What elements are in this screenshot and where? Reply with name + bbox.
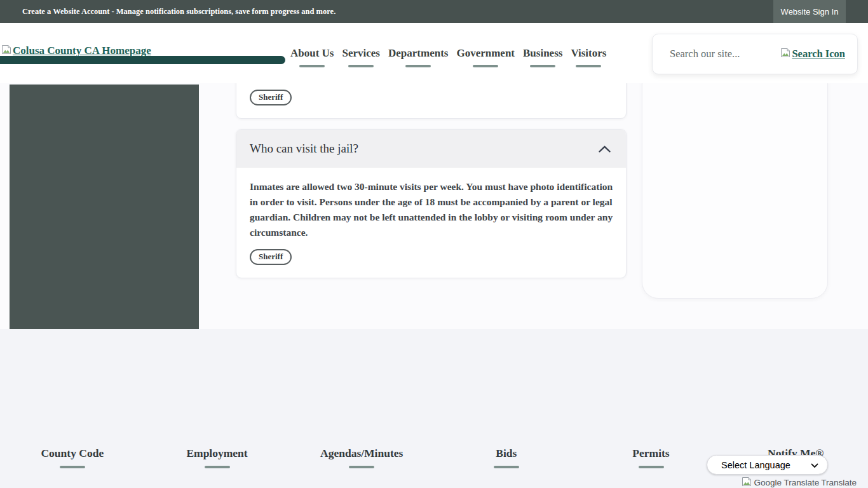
site-header: Colusa County CA Homepage About Us Servi… <box>0 23 868 83</box>
footer-link-underline <box>205 466 230 468</box>
footer-link-permits[interactable]: Permits <box>579 447 724 468</box>
nav-item-government[interactable]: Government <box>456 47 515 67</box>
nav-underline <box>299 65 325 67</box>
page: Create a Website Account - Manage notifi… <box>0 0 868 488</box>
website-sign-in-button[interactable]: Website Sign In <box>773 0 846 23</box>
faq-card: Who can visit the jail? Inmates are allo… <box>236 129 627 278</box>
footer-link-label: Employment <box>186 447 247 460</box>
site-search: Search Icon <box>652 34 858 74</box>
right-panel-card <box>642 83 828 299</box>
faq-answer-text: Inmates are allowed two 30-minute visits… <box>250 179 613 240</box>
footer-link-label: County Code <box>41 447 104 460</box>
faq-question: Who can visit the jail? <box>250 142 358 156</box>
nav-underline <box>405 65 431 67</box>
broken-image-icon <box>742 477 752 488</box>
footer-link-label: Agendas/Minutes <box>320 447 403 460</box>
faq-answer-body: Inmates are allowed two 30-minute visits… <box>236 168 626 265</box>
translate-label: Translate <box>821 478 857 487</box>
footer-link-county-code[interactable]: County Code <box>0 447 145 468</box>
footer-link-employment[interactable]: Employment <box>145 447 290 468</box>
category-tag-sheriff[interactable]: Sheriff <box>250 90 292 105</box>
footer-link-bids[interactable]: Bids <box>434 447 579 468</box>
nav-label: About Us <box>290 47 334 60</box>
broken-image-icon <box>1 44 11 58</box>
footer-link-label: Bids <box>496 447 517 460</box>
faq-accordion-header[interactable]: Who can visit the jail? <box>236 130 626 168</box>
nav-underline <box>530 65 555 67</box>
footer-link-agendas-minutes[interactable]: Agendas/Minutes <box>289 447 434 468</box>
nav-label: Departments <box>388 47 448 60</box>
google-translate-attribution[interactable]: Google Translate Translate <box>742 477 857 488</box>
nav-label: Government <box>456 47 515 60</box>
main-content: Sheriff Who can visit the jail? Inmates … <box>0 83 868 330</box>
footer-link-underline <box>349 466 374 468</box>
nav-item-services[interactable]: Services <box>342 47 380 67</box>
search-icon-alt-text: Search Icon <box>792 48 845 60</box>
search-submit-link[interactable]: Search Icon <box>780 48 845 61</box>
footer-link-label: Permits <box>632 447 669 460</box>
broken-image-icon <box>780 48 790 61</box>
left-sidebar-block <box>10 85 199 329</box>
nav-item-about-us[interactable]: About Us <box>290 47 334 67</box>
site-footer: County Code Employment Agendas/Minutes B… <box>0 329 868 488</box>
nav-item-departments[interactable]: Departments <box>388 47 448 67</box>
faq-card-previous: Sheriff <box>236 83 627 119</box>
language-select[interactable]: Select Language <box>707 455 828 475</box>
search-input[interactable] <box>653 48 780 60</box>
footer-link-underline <box>639 466 664 468</box>
footer-link-underline <box>494 466 519 468</box>
google-translate-alt-text: Google Translate <box>754 478 819 487</box>
account-promo-text: Create a Website Account - Manage notifi… <box>22 7 336 17</box>
top-utility-bar: Create a Website Account - Manage notifi… <box>0 0 868 23</box>
nav-underline <box>473 65 498 67</box>
logo-alt-text: Colusa County CA Homepage <box>13 44 151 57</box>
nav-label: Business <box>523 47 562 60</box>
language-select-value: Select Language <box>721 460 790 470</box>
nav-label: Services <box>342 47 380 60</box>
category-tag-sheriff[interactable]: Sheriff <box>250 249 292 265</box>
nav-underline <box>348 65 374 67</box>
chevron-down-icon <box>811 460 818 470</box>
nav-label: Visitors <box>571 47 606 60</box>
chevron-up-icon <box>599 146 611 152</box>
nav-underline <box>576 65 601 67</box>
main-nav: About Us Services Departments Government… <box>290 47 606 67</box>
footer-link-underline <box>60 466 85 468</box>
nav-item-business[interactable]: Business <box>523 47 562 67</box>
website-sign-in-label: Website Sign In <box>781 7 839 17</box>
homepage-logo-link[interactable]: Colusa County CA Homepage <box>1 44 151 58</box>
nav-item-visitors[interactable]: Visitors <box>571 47 606 67</box>
